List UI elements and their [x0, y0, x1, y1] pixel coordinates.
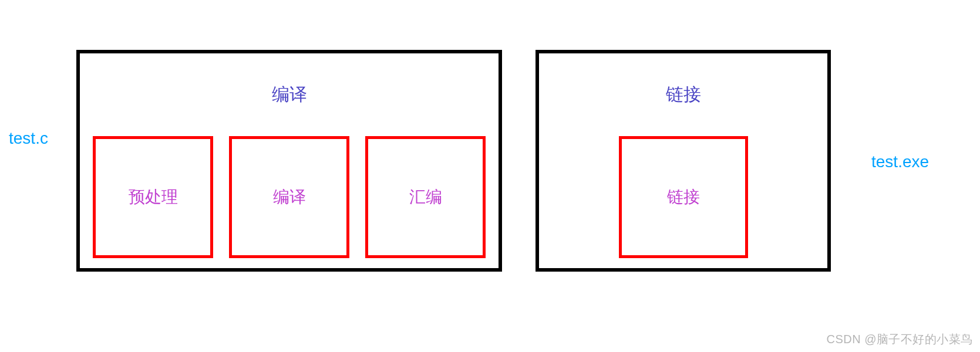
stage-compile: 编译 — [229, 136, 349, 258]
input-file-label: test.c — [9, 129, 48, 148]
output-file-label: test.exe — [871, 153, 929, 171]
link-phase-container: 链接 链接 — [536, 50, 831, 272]
watermark-text: CSDN @脑子不好的小菜鸟 — [826, 331, 973, 347]
stage-preprocess: 预处理 — [93, 136, 213, 258]
stage-link: 链接 — [619, 136, 748, 258]
link-title: 链接 — [539, 83, 827, 107]
compile-stages-row: 预处理 编译 汇编 — [80, 136, 499, 258]
compile-title: 编译 — [80, 83, 499, 107]
compile-phase-container: 编译 预处理 编译 汇编 — [76, 50, 502, 272]
stage-assemble: 汇编 — [365, 136, 486, 258]
